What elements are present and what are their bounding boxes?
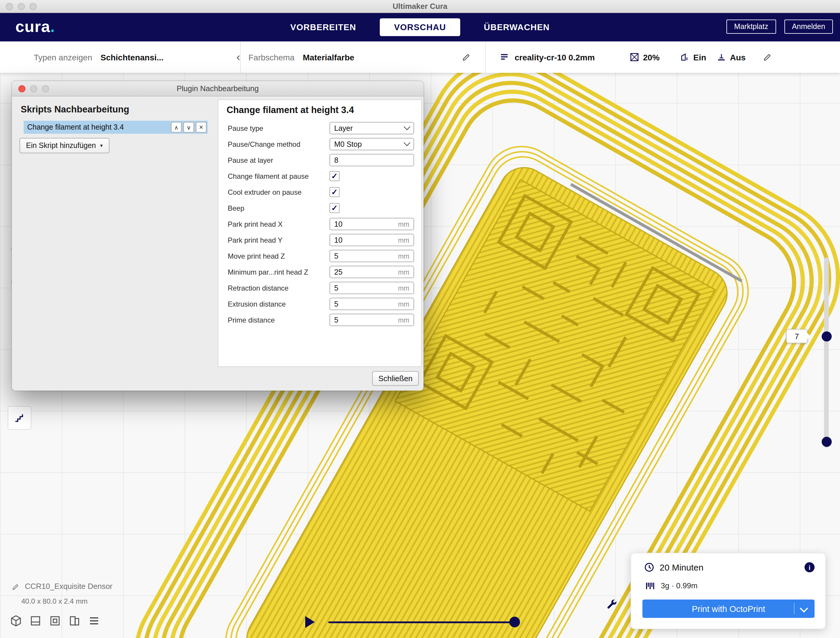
form-row-pause-at-layer: Pause at layer 8 [226,152,414,168]
unit-label: mm [398,284,409,291]
infill-summary[interactable]: 20% [630,41,660,73]
extrusion-distance-input[interactable]: 5 mm [330,298,414,310]
unit-label: mm [398,236,409,244]
pause-method-select[interactable]: M0 Stop [330,138,414,150]
field-label: Retraction distance [226,284,288,292]
collapse-panel-button[interactable]: ‹ [236,52,240,63]
input-value: 25 [334,268,343,276]
infill-icon [630,53,639,62]
change-filament-at-pause-checkbox[interactable]: ✓ [330,171,339,181]
field-label: Cool extruder on pause [226,188,302,196]
beep-checkbox[interactable]: ✓ [330,203,339,213]
pause-at-layer-input[interactable]: 8 [330,154,414,166]
field-label: Change filament at pause [226,172,309,180]
retraction-distance-input[interactable]: 5 mm [330,282,414,294]
view-3d-button[interactable] [9,614,22,627]
move-print-head-z-input[interactable]: 5 mm [330,250,414,262]
layer-number: 7 [795,332,799,340]
prime-distance-input[interactable]: 5 mm [330,313,414,326]
field-label: Pause type [226,124,263,132]
script-list-item[interactable]: Change filament at height 3.4 ∧ ∨ × [24,121,208,134]
view-front-button[interactable] [29,614,42,627]
color-scheme-label: Farbschema [248,52,295,62]
toolbar-divider [240,41,241,73]
form-row-move-z: Move print head Z 5 mm [226,248,414,264]
view-top-button[interactable] [49,614,62,627]
move-script-down-button[interactable]: ∨ [183,122,194,133]
chevron-down-icon [404,123,411,130]
dialog-minimize-button[interactable] [30,85,37,92]
adjust-settings-button[interactable] [606,598,619,611]
input-value: 5 [334,252,338,260]
remove-script-button[interactable]: × [196,122,207,133]
check-icon: ✓ [331,204,338,212]
field-label: Extrusion distance [226,300,286,308]
infill-value: 20% [643,52,660,62]
view-type-label: Typen anzeigen [34,52,92,62]
dialog-close-button[interactable] [18,85,25,92]
unit-label: mm [398,252,409,260]
script-settings-panel: Change filament at height 3.4 Pause type… [218,100,422,367]
script-name: Change filament at height 3.4 [24,123,169,131]
printer-settings-button[interactable]: creality-cr-10 0.2mm [500,41,595,73]
layer-slider-handle-top[interactable] [822,331,832,342]
playback-slider-track[interactable] [328,621,518,623]
stage-tabs: VORBEREITEN VORSCHAU ÜBERWACHEN [0,13,840,41]
field-label: Park print head X [226,220,283,228]
view-type-selector[interactable]: Typen anzeigen Schichtenansi... ‹ [34,41,240,73]
view-toolbar: Typen anzeigen Schichtenansi... ‹ Farbsc… [0,41,840,73]
input-value: 10 [334,236,343,244]
minimum-park-print-head-z-input[interactable]: 25 mm [330,266,414,278]
form-row-extrusion: Extrusion distance 5 mm [226,296,414,312]
pause-type-select[interactable]: Layer [330,122,414,135]
marketplace-button[interactable]: Marktplatz [726,19,776,34]
color-scheme-selector[interactable]: Farbschema Materialfarbe [248,41,470,73]
support-summary[interactable]: Ein [680,41,706,73]
tab-vorbereiten[interactable]: VORBEREITEN [282,18,365,36]
chevron-down-icon[interactable] [800,604,808,613]
close-dialog-button[interactable]: Schließen [372,371,419,386]
edit-print-settings-button[interactable] [763,41,771,73]
playback-slider-handle[interactable] [509,617,520,627]
form-row-prime: Prime distance 5 mm [226,312,414,328]
field-label: Pause/Change method [226,140,300,148]
input-value: 10 [334,220,343,228]
layer-number-tooltip: 7 [786,329,807,343]
info-button[interactable]: i [805,562,815,572]
layer-slider-handle-bottom[interactable] [822,437,832,447]
minimize-button[interactable] [18,3,25,10]
park-print-head-y-input[interactable]: 10 mm [330,234,414,246]
material-usage: 3g · 0.99m [661,581,698,590]
input-value: 5 [334,316,338,324]
signin-button[interactable]: Anmelden [784,19,833,34]
printer-profile: creality-cr-10 0.2mm [515,52,595,62]
dialog-zoom-button[interactable] [42,85,49,92]
close-button[interactable] [6,3,13,10]
edit-pencil-icon[interactable] [462,53,470,61]
park-print-head-x-input[interactable]: 10 mm [330,218,414,230]
chevron-down-icon [404,139,411,146]
print-button-label: Print with OctoPrint [692,604,765,613]
dialog-window-controls [18,85,49,92]
cool-extruder-checkbox[interactable]: ✓ [330,187,339,197]
color-scheme-value: Materialfarbe [303,52,354,62]
zoom-button[interactable] [30,3,37,10]
dialog-titlebar[interactable]: Plugin Nachbearbeitung [12,81,423,97]
rename-model-pencil-icon[interactable] [12,583,19,593]
move-script-up-button[interactable]: ∧ [171,122,182,133]
adhesion-summary[interactable]: Aus [717,41,746,73]
print-with-octoprint-button[interactable]: Print with OctoPrint [643,600,815,618]
unit-label: mm [398,220,409,228]
unit-label: mm [398,316,409,323]
play-button[interactable] [305,616,315,628]
model-dimensions: 40.0 x 80.0 x 2.4 mm [21,597,88,605]
form-row-retraction: Retraction distance 5 mm [226,280,414,296]
layer-slider-track[interactable] [824,258,829,448]
tab-vorschau[interactable]: VORSCHAU [380,18,460,36]
select-value: M0 Stop [334,140,362,148]
view-layers-button[interactable] [88,614,101,627]
tab-ueberwachen[interactable]: ÜBERWACHEN [475,18,558,36]
add-script-button[interactable]: Ein Skript hinzufügen ▾ [19,138,109,153]
custom-supports-button[interactable] [8,406,32,430]
view-left-button[interactable] [68,614,81,627]
